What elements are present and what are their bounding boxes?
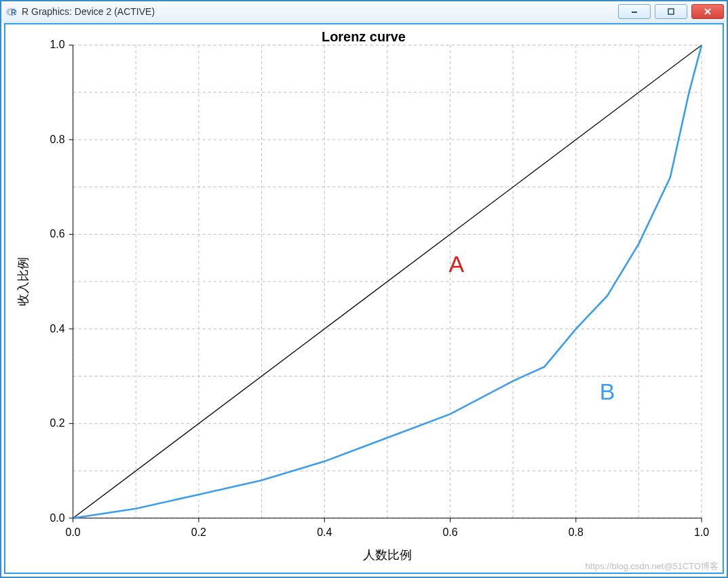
svg-text:0.4: 0.4: [317, 526, 332, 538]
svg-text:0.8: 0.8: [569, 526, 583, 538]
svg-text:0.2: 0.2: [50, 417, 65, 429]
svg-text:1.0: 1.0: [694, 526, 709, 538]
svg-text:0.0: 0.0: [50, 512, 65, 524]
x-axis-title: 人数比例: [363, 548, 412, 562]
minimize-button[interactable]: [618, 4, 651, 19]
window-title: R Graphics: Device 2 (ACTIVE): [22, 6, 155, 17]
x-tick-labels: 0.00.20.40.60.81.0: [66, 518, 710, 538]
svg-text:0.8: 0.8: [50, 134, 65, 145]
svg-text:R: R: [11, 8, 16, 16]
svg-text:0.6: 0.6: [442, 526, 457, 538]
r-logo-icon: R: [5, 5, 18, 18]
svg-text:0.4: 0.4: [50, 323, 65, 334]
titlebar: R R Graphics: Device 2 (ACTIVE): [1, 1, 727, 22]
annotation-b: B: [600, 379, 615, 404]
maximize-button[interactable]: [655, 4, 687, 19]
window-controls: [618, 4, 724, 19]
svg-text:1.0: 1.0: [50, 39, 65, 50]
watermark-text: https://blog.csdn.net@51CTO博客: [586, 561, 719, 571]
close-button[interactable]: [691, 4, 724, 19]
y-tick-labels: 0.00.20.40.60.81.0: [50, 39, 73, 523]
svg-text:0.2: 0.2: [191, 526, 206, 538]
lorenz-chart: 0.00.20.40.60.81.0 0.00.20.40.60.81.0 Lo…: [5, 24, 723, 573]
svg-text:0.6: 0.6: [50, 228, 65, 239]
svg-text:0.0: 0.0: [66, 526, 81, 538]
app-window: R R Graphics: Device 2 (ACTIVE): [0, 0, 728, 578]
chart-title: Lorenz curve: [322, 29, 406, 44]
svg-rect-4: [668, 9, 674, 14]
y-axis-title: 收入比例: [16, 257, 30, 306]
annotation-a: A: [448, 251, 464, 277]
plot-device-frame: 0.00.20.40.60.81.0 0.00.20.40.60.81.0 Lo…: [4, 23, 724, 574]
